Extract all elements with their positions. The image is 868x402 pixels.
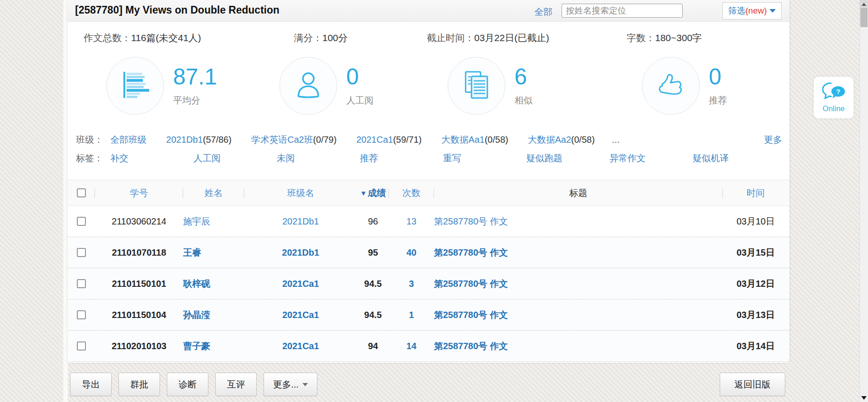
class-count: (59/71): [393, 135, 421, 145]
classes-label: 班级：: [76, 134, 110, 146]
metric-manual-review: 0 人工阅: [279, 57, 373, 115]
essay-title-link[interactable]: 第2587780号 作文: [434, 340, 508, 352]
student-name-link[interactable]: 耿梓砚: [183, 278, 210, 290]
student-name-link[interactable]: 王睿: [183, 247, 201, 259]
class-name: 2021Db1: [166, 135, 203, 145]
student-name-link[interactable]: 施宇辰: [183, 215, 210, 228]
attempts-link[interactable]: 1: [409, 310, 414, 320]
stat-value: 180~300字: [655, 33, 702, 43]
filter-label: 筛选: [728, 5, 745, 17]
tag-filter-link[interactable]: 未阅: [277, 152, 360, 164]
score-value: 94.5: [357, 299, 389, 330]
tag-filter-link[interactable]: 补交: [110, 152, 193, 164]
metric-circle: [448, 57, 505, 115]
vertical-scrollbar[interactable]: [859, 0, 868, 402]
attempts-link[interactable]: 3: [409, 279, 414, 289]
class-name-link[interactable]: 2021Ca1: [282, 310, 319, 320]
more-actions-button[interactable]: 更多...: [264, 373, 317, 396]
row-checkbox[interactable]: [77, 248, 86, 257]
score-value: 95: [357, 237, 389, 268]
tag-filter-link[interactable]: 异常作文: [609, 152, 693, 164]
submit-date: 03月12日: [722, 268, 789, 299]
attempts-link[interactable]: 14: [406, 341, 416, 351]
student-id: 21103060214: [95, 206, 183, 237]
action-button[interactable]: 互评: [215, 373, 257, 396]
scrollbar-thumb[interactable]: [860, 8, 868, 27]
class-filter-link[interactable]: 学术英语Ca2班(0/79): [251, 135, 337, 145]
essay-title-link[interactable]: 第2587780号 作文: [434, 278, 508, 290]
thumbs-up-icon: [657, 72, 684, 100]
header-student-id[interactable]: 学号: [95, 180, 183, 206]
attempts-link[interactable]: 40: [406, 248, 416, 258]
action-button[interactable]: 群批: [118, 373, 160, 396]
classes-filter-row: 班级： 全部班级 2021Db1(57/86) 学术英语Ca2班(0/79) 2…: [68, 131, 789, 148]
class-name: 全部班级: [110, 135, 146, 145]
tag-filter-link[interactable]: 推荐: [360, 152, 443, 164]
header-attempts[interactable]: 次数: [389, 180, 434, 206]
class-filter-link[interactable]: 大数据Aa2(0/58): [528, 135, 595, 145]
footer-actions: 导出 群批 诊断 互评 更多...: [70, 373, 317, 396]
essay-title-link[interactable]: 第2587780号 作文: [434, 309, 508, 321]
attempts-link[interactable]: 13: [406, 216, 416, 227]
class-name-link[interactable]: 2021Ca1: [282, 341, 319, 351]
score-value: 96: [357, 206, 389, 237]
chevron-down-icon: [302, 383, 308, 386]
class-filter-link[interactable]: 2021Db1(57/86): [166, 135, 232, 145]
metric-recommended: 0 推荐: [642, 57, 727, 115]
tag-filter-link[interactable]: 疑似机译: [693, 152, 776, 164]
essay-title-link[interactable]: 第2587780号 作文: [434, 215, 508, 228]
scroll-down-arrow[interactable]: [860, 394, 868, 402]
metrics-row: 87.1 平均分 0 人工阅: [68, 51, 789, 128]
student-id: 21101070118: [95, 237, 183, 268]
titlebar: [2587780] My Views on Double Reduction 全…: [68, 0, 789, 22]
left-gutter: [63, 0, 68, 402]
stat-label: 作文总数：: [84, 33, 131, 43]
metric-label: 推荐: [709, 94, 727, 107]
tag-filter-link[interactable]: 疑似跑题: [526, 152, 609, 164]
class-name-link[interactable]: 2021Db1: [282, 248, 319, 258]
row-checkbox[interactable]: [77, 217, 86, 226]
search-input[interactable]: [561, 4, 683, 18]
student-name-link[interactable]: 曹子豪: [183, 340, 210, 352]
svg-text:?: ?: [836, 88, 840, 95]
stat-label: 满分：: [294, 33, 322, 43]
row-checkbox[interactable]: [77, 279, 86, 288]
class-links: 全部班级 2021Db1(57/86) 学术英语Ca2班(0/79) 2021C…: [110, 134, 612, 146]
metric-similar: 6 相似: [448, 57, 533, 115]
class-name-link[interactable]: 2021Db1: [282, 216, 319, 227]
essay-title-link[interactable]: 第2587780号 作文: [434, 247, 508, 259]
triangle-up-icon: [862, 3, 866, 6]
back-to-old-version-button[interactable]: 返回旧版: [720, 373, 785, 396]
class-name-link[interactable]: 2021Ca1: [282, 279, 319, 289]
row-checkbox[interactable]: [77, 341, 86, 351]
class-filter-link[interactable]: 大数据Aa1(0/58): [441, 135, 508, 145]
header-class-name[interactable]: 班级名: [244, 180, 357, 206]
filter-dropdown[interactable]: 筛选 (new): [722, 2, 782, 19]
scope-all-link[interactable]: 全部: [534, 6, 552, 18]
row-checkbox[interactable]: [77, 310, 86, 319]
header-score-sort[interactable]: ▼成绩: [357, 180, 389, 206]
header-time[interactable]: 时间: [722, 180, 789, 206]
select-all-checkbox[interactable]: [77, 188, 86, 197]
metric-label: 平均分: [173, 94, 217, 107]
submit-date: 03月14日: [722, 331, 789, 361]
class-count: (0/58): [485, 135, 508, 145]
metric-label: 相似: [514, 94, 533, 107]
metric-label: 人工阅: [346, 94, 373, 107]
stat-total-essays: 作文总数：116篇(未交41人): [84, 32, 201, 44]
tag-filter-link[interactable]: 人工阅: [193, 152, 277, 164]
header-name[interactable]: 姓名: [183, 180, 244, 206]
stat-label: 截止时间：: [427, 33, 474, 43]
online-chat-widget[interactable]: ? Online: [814, 77, 854, 118]
app-window: [2587780] My Views on Double Reduction 全…: [0, 0, 868, 402]
action-buttons: 导出 群批 诊断 互评: [70, 373, 257, 396]
scroll-up-arrow[interactable]: [860, 0, 868, 8]
action-button[interactable]: 诊断: [167, 373, 208, 396]
tags-filter-row: 标签： 补交 人工阅 未阅 推荐 重写 疑似跑题 异常作文 疑似机译: [68, 148, 789, 168]
class-filter-link[interactable]: 2021Ca1(59/71): [356, 135, 422, 145]
tag-filter-link[interactable]: 重写: [443, 152, 526, 164]
more-classes-link[interactable]: 更多: [764, 134, 782, 146]
action-button[interactable]: 导出: [70, 373, 112, 396]
student-name-link[interactable]: 孙晶滢: [183, 309, 210, 321]
class-filter-link[interactable]: 全部班级: [110, 135, 146, 145]
